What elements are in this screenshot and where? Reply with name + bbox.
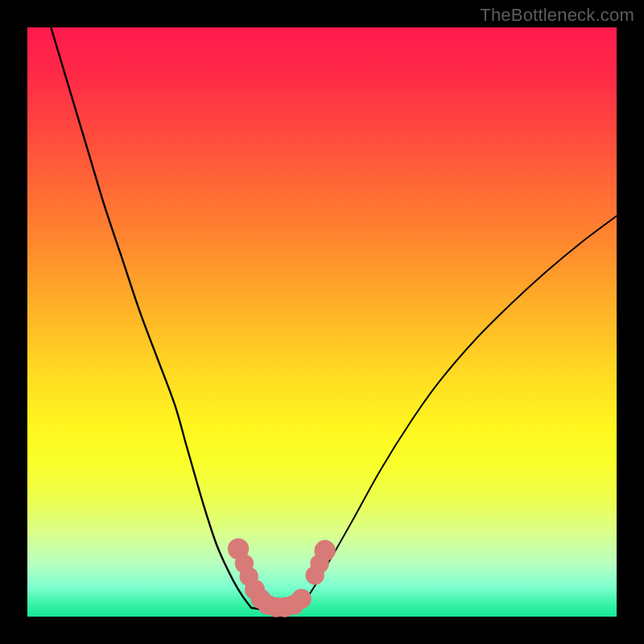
watermark-text: TheBottleneck.com: [480, 5, 634, 26]
curve-right-arm: [299, 216, 617, 608]
curve-left-arm: [51, 27, 251, 608]
bead-markers: [228, 539, 336, 617]
bead-marker: [291, 589, 312, 609]
plot-area: [27, 27, 617, 617]
bead-marker: [314, 540, 335, 561]
chart-svg: [27, 27, 617, 617]
outer-frame: TheBottleneck.com: [0, 0, 644, 644]
